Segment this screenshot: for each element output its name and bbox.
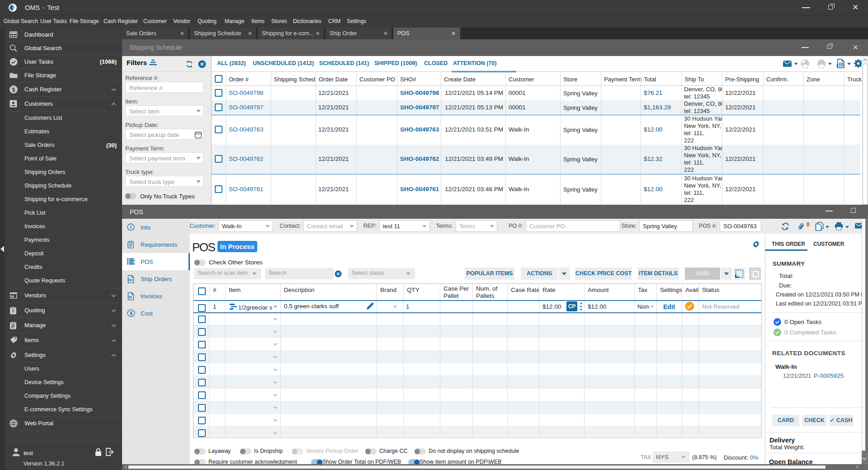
svg-text:IN: IN [129, 296, 132, 299]
svg-text:SH: SH [128, 278, 133, 282]
svg-text:x: x [836, 63, 839, 68]
svg-text:$: $ [12, 87, 15, 93]
svg-text:?: ? [12, 309, 14, 314]
svg-text:$: $ [130, 311, 132, 316]
